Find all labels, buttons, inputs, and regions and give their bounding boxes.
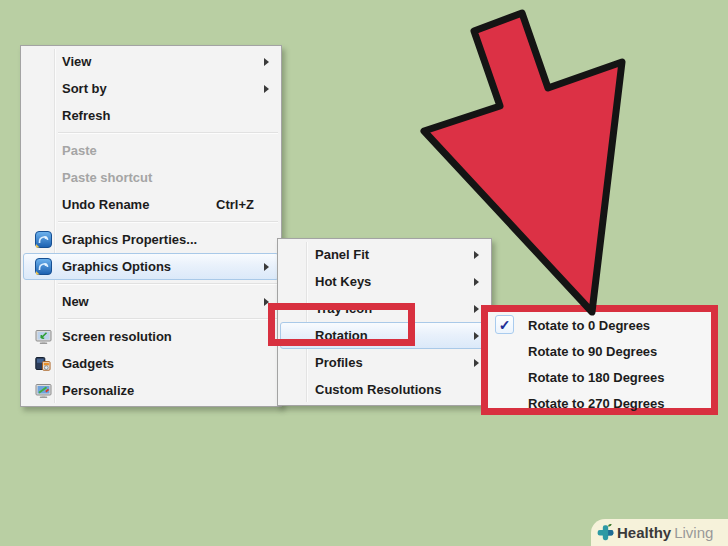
menu-item-view[interactable]: View [23,48,279,75]
menu-item-gadgets[interactable]: Gadgets [23,350,279,377]
menu-item-label: New [62,294,264,309]
menu-item-label: Profiles [315,355,474,370]
menu-item-graphics-options[interactable]: Graphics Options [23,253,279,280]
menu-separator [58,283,278,285]
menu-item-label: Custom Resolutions [315,382,474,397]
desktop-context-menu: View Sort by Refresh Paste Paste shortcu… [20,45,282,407]
menu-item-label: Hot Keys [315,274,474,289]
gadgets-icon [24,356,62,372]
menu-item-screen-resolution[interactable]: Screen resolution [23,323,279,350]
submenu-arrow-icon [474,359,479,367]
menu-item-label: Graphics Properties... [62,232,264,247]
menu-item-label: Rotate to 90 Degrees [528,344,708,359]
submenu-arrow-icon [474,278,479,286]
submenu-item-rotate-0[interactable]: ✓ Rotate to 0 Degrees [490,312,709,338]
menu-separator [58,221,278,223]
menu-item-label: Rotate to 270 Degrees [528,396,708,411]
menu-item-label: Paste shortcut [62,170,264,185]
menu-item-label: Graphics Options [62,259,264,274]
submenu-arrow-icon [474,305,479,313]
menu-item-paste: Paste [23,137,279,164]
desktop: View Sort by Refresh Paste Paste shortcu… [0,0,728,546]
healthy-living-watermark: Healthy Living [591,519,728,546]
intel-graphics-icon [24,231,62,248]
submenu-item-rotate-90[interactable]: Rotate to 90 Degrees [490,338,709,364]
menu-item-label: Refresh [62,108,264,123]
rotation-submenu: ✓ Rotate to 0 Degrees Rotate to 90 Degre… [488,312,711,408]
menu-item-graphics-properties[interactable]: Graphics Properties... [23,226,279,253]
rotation-submenu-highlight-box: ✓ Rotate to 0 Degrees Rotate to 90 Degre… [481,305,718,415]
menu-item-new[interactable]: New [23,288,279,315]
menu-item-label: View [62,54,264,69]
menu-item-paste-shortcut: Paste shortcut [23,164,279,191]
menu-item-sort-by[interactable]: Sort by [23,75,279,102]
brand-name-light: Living [674,524,713,541]
submenu-item-profiles[interactable]: Profiles [280,349,489,376]
menu-item-label: Screen resolution [62,329,264,344]
submenu-item-hot-keys[interactable]: Hot Keys [280,268,489,295]
menu-item-label: Gadgets [62,356,264,371]
submenu-arrow-icon [264,263,269,271]
menu-item-personalize[interactable]: Personalize [23,377,279,404]
menu-item-refresh[interactable]: Refresh [23,102,279,129]
intel-graphics-icon [24,258,62,275]
healthy-living-icon [595,522,616,543]
brand-name-bold: Healthy [617,524,671,541]
menu-item-label: Personalize [62,383,264,398]
menu-separator [58,318,278,320]
menu-item-label: Undo Rename [62,197,216,212]
submenu-item-rotate-270[interactable]: Rotate to 270 Degrees [490,390,709,416]
submenu-arrow-icon [264,85,269,93]
menu-item-label: Rotate to 0 Degrees [528,318,708,333]
submenu-item-custom-resolutions[interactable]: Custom Resolutions [280,376,489,403]
personalize-icon [24,383,62,399]
menu-item-label: Rotate to 180 Degrees [528,370,708,385]
menu-separator [58,132,278,134]
submenu-item-panel-fit[interactable]: Panel Fit [280,241,489,268]
submenu-arrow-icon [474,251,479,259]
submenu-item-rotate-180[interactable]: Rotate to 180 Degrees [490,364,709,390]
check-icon: ✓ [495,315,514,334]
screen-resolution-icon [24,329,62,345]
menu-item-undo-rename[interactable]: Undo Rename Ctrl+Z [23,191,279,218]
menu-item-label: Panel Fit [315,247,474,262]
submenu-arrow-icon [264,58,269,66]
shortcut-label: Ctrl+Z [216,197,264,212]
menu-item-label: Paste [62,143,264,158]
submenu-arrow-icon [474,332,479,340]
rotation-highlight-box [268,303,415,346]
menu-item-label: Sort by [62,81,264,96]
